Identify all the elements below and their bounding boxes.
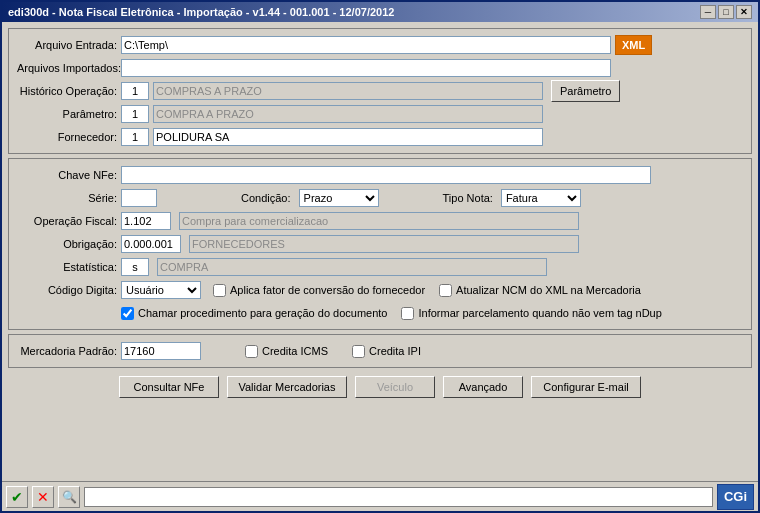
arquivo-entrada-label: Arquivo Entrada: (17, 39, 117, 51)
arquivos-importados-input[interactable] (121, 59, 611, 77)
chave-nfe-row: Chave NFe: (17, 165, 743, 185)
veiculo-button[interactable]: Veículo (355, 376, 435, 398)
chave-nfe-input[interactable] (121, 166, 651, 184)
nfe-section: Chave NFe: Série: Condição: Prazo À Vist… (8, 158, 752, 330)
fornecedor-value-input[interactable] (153, 128, 543, 146)
main-window: edi300d - Nota Fiscal Eletrônica - Impor… (0, 0, 760, 513)
operacao-fiscal-label: Operação Fiscal: (17, 215, 117, 227)
chamar-procedimento-label: Chamar procedimento para geração do docu… (138, 307, 387, 319)
operacao-fiscal-row: Operação Fiscal: (17, 211, 743, 231)
codigo-digita-label: Código Digita: (17, 284, 117, 296)
chamar-procedimento-checkbox[interactable] (121, 307, 134, 320)
mercadoria-row: Mercadoria Padrão: Credita ICMS Credita … (17, 341, 743, 361)
check-icon[interactable]: ✔ (6, 486, 28, 508)
tipo-nota-label: Tipo Nota: (443, 192, 493, 204)
obrigacao-input[interactable] (121, 235, 181, 253)
status-bar: ✔ ✕ 🔍 CGi (2, 481, 758, 511)
mercadoria-section: Mercadoria Padrão: Credita ICMS Credita … (8, 334, 752, 368)
historico-operacao-label: Histórico Operação: (17, 85, 117, 97)
aplica-fator-label: Aplica fator de conversão do fornecedor (230, 284, 425, 296)
credita-ipi-checkbox[interactable] (352, 345, 365, 358)
arquivos-importados-row: Arquivos Importados: (17, 58, 743, 78)
obrigacao-desc-input (189, 235, 579, 253)
parametro-num-input[interactable] (121, 105, 149, 123)
mercadoria-padrao-input[interactable] (121, 342, 201, 360)
fornecedor-label: Fornecedor: (17, 131, 117, 143)
obrigacao-label: Obrigação: (17, 238, 117, 250)
obrigacao-row: Obrigação: (17, 234, 743, 254)
estatistica-num-input[interactable] (121, 258, 149, 276)
codigo-digita-row: Código Digita: Usuário Sistema Aplica fa… (17, 280, 743, 300)
credita-icms-checkbox[interactable] (245, 345, 258, 358)
procedimento-row: Chamar procedimento para geração do docu… (17, 303, 743, 323)
aplica-fator-row: Aplica fator de conversão do fornecedor (213, 284, 425, 297)
parametro-value-input (153, 105, 543, 123)
estatistica-row: Estatística: (17, 257, 743, 277)
file-section: Arquivo Entrada: XML Arquivos Importados… (8, 28, 752, 154)
fornecedor-num-input[interactable] (121, 128, 149, 146)
content-area: Arquivo Entrada: XML Arquivos Importados… (2, 22, 758, 481)
serie-row: Série: Condição: Prazo À Vista Tipo Nota… (17, 188, 743, 208)
title-bar: edi300d - Nota Fiscal Eletrônica - Impor… (2, 2, 758, 22)
informar-parcelamento-checkbox[interactable] (401, 307, 414, 320)
title-bar-buttons: ─ □ ✕ (700, 5, 752, 19)
search-icon[interactable]: 🔍 (58, 486, 80, 508)
serie-input[interactable] (121, 189, 157, 207)
arquivos-importados-label: Arquivos Importados: (17, 62, 117, 74)
atualizar-ncm-checkbox[interactable] (439, 284, 452, 297)
historico-operacao-row: Histórico Operação: Parâmetro (17, 81, 743, 101)
configurar-email-button[interactable]: Configurar E-mail (531, 376, 641, 398)
parametro-button[interactable]: Parâmetro (551, 80, 620, 102)
window-title: edi300d - Nota Fiscal Eletrônica - Impor… (8, 6, 394, 18)
mercadoria-padrao-label: Mercadoria Padrão: (17, 345, 117, 357)
chamar-procedimento-row: Chamar procedimento para geração do docu… (121, 307, 387, 320)
maximize-button[interactable]: □ (718, 5, 734, 19)
historico-value-input (153, 82, 543, 100)
parametro-label: Parâmetro: (17, 108, 117, 120)
credita-ipi-label: Credita IPI (369, 345, 421, 357)
credita-icms-row: Credita ICMS (245, 345, 328, 358)
credita-ipi-row: Credita IPI (352, 345, 421, 358)
chave-nfe-label: Chave NFe: (17, 169, 117, 181)
validar-mercadorias-button[interactable]: Validar Mercadorias (227, 376, 347, 398)
fornecedor-row: Fornecedor: (17, 127, 743, 147)
arquivo-entrada-row: Arquivo Entrada: XML (17, 35, 743, 55)
status-text-field (84, 487, 713, 507)
close-button[interactable]: ✕ (736, 5, 752, 19)
operacao-fiscal-desc-input (179, 212, 579, 230)
codigo-digita-select[interactable]: Usuário Sistema (121, 281, 201, 299)
tipo-nota-select[interactable]: Fatura Duplicata (501, 189, 581, 207)
informar-parcelamento-label: Informar parcelamento quando não vem tag… (418, 307, 661, 319)
atualizar-ncm-row: Atualizar NCM do XML na Mercadoria (439, 284, 641, 297)
cgi-badge: CGi (717, 484, 754, 510)
credita-icms-label: Credita ICMS (262, 345, 328, 357)
operacao-fiscal-input[interactable] (121, 212, 171, 230)
estatistica-value-input (157, 258, 547, 276)
informar-parcelamento-row: Informar parcelamento quando não vem tag… (401, 307, 661, 320)
close-icon[interactable]: ✕ (32, 486, 54, 508)
historico-num-input[interactable] (121, 82, 149, 100)
bottom-buttons-area: Consultar NFe Validar Mercadorias Veícul… (8, 372, 752, 402)
xml-button[interactable]: XML (615, 35, 652, 55)
minimize-button[interactable]: ─ (700, 5, 716, 19)
condicao-select[interactable]: Prazo À Vista (299, 189, 379, 207)
avancado-button[interactable]: Avançado (443, 376, 523, 398)
atualizar-ncm-label: Atualizar NCM do XML na Mercadoria (456, 284, 641, 296)
consultar-nfe-button[interactable]: Consultar NFe (119, 376, 219, 398)
condicao-label: Condição: (241, 192, 291, 204)
serie-label: Série: (17, 192, 117, 204)
aplica-fator-checkbox[interactable] (213, 284, 226, 297)
estatistica-label: Estatística: (17, 261, 117, 273)
arquivo-entrada-input[interactable] (121, 36, 611, 54)
parametro-row: Parâmetro: (17, 104, 743, 124)
